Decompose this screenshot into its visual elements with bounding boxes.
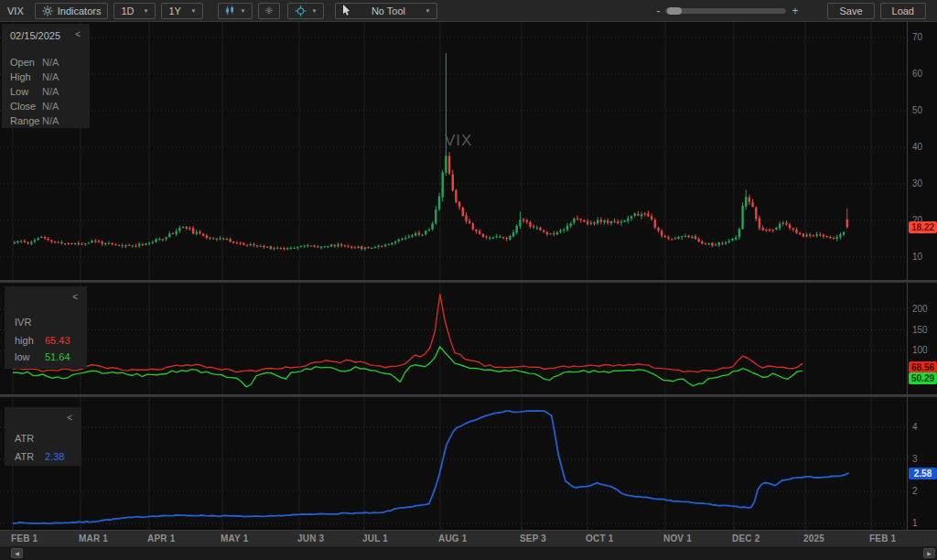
main-toolbar: VIX Indicators 1D ▼ 1Y ▼ [0, 0, 937, 22]
panel-divider[interactable] [0, 280, 937, 283]
drawing-tool-value: No Tool [372, 5, 405, 16]
last-price-flag: 18.22 [909, 221, 937, 233]
x-axis-tick-label: FEB 1 [11, 533, 38, 544]
chevron-down-icon: ▼ [143, 8, 148, 14]
y-axis-tick-label: 100 [912, 345, 928, 355]
indicator-title: IVR [15, 317, 31, 328]
gridlines [0, 397, 907, 530]
x-axis-tick-label: MAY 1 [221, 533, 248, 544]
gridlines [0, 283, 907, 394]
range-value: 1Y [168, 5, 180, 16]
y-axis-tick-label: 60 [912, 69, 922, 79]
y-axis-tick-label: 4 [912, 422, 918, 432]
y-axis-tick-label: 30 [912, 178, 922, 188]
trading-chart-app: VIX Indicators 1D ▼ 1Y ▼ [0, 0, 937, 560]
save-button[interactable]: Save [827, 3, 874, 19]
x-axis-tick-label: APR 1 [147, 533, 175, 544]
ohlc-label: Close [10, 101, 36, 112]
chart-scrollbar[interactable]: ◀ ▶ [0, 546, 937, 560]
ivr-high-line [13, 295, 802, 372]
ohlc-label: Open [10, 57, 35, 68]
ivr-panel-legend: < IVR high 65.43 low 51.64 [5, 286, 87, 369]
scroll-left-icon[interactable]: ◀ [11, 548, 23, 558]
symbol-label: VIX [7, 5, 24, 16]
ohlc-label: High [10, 71, 31, 82]
ohlc-panel: 02/15/2025 < Open N/A High N/A Low N/A C… [2, 24, 90, 128]
ohlc-value: N/A [42, 101, 59, 112]
zoom-in-button[interactable]: + [786, 5, 803, 17]
atr-value-flag: 2.58 [909, 468, 937, 479]
collapse-button[interactable]: < [67, 413, 72, 423]
ohlc-label: Range [10, 115, 39, 126]
ivr-indicator-canvas[interactable] [0, 283, 907, 394]
ivr-low-flag: 50.29 [909, 372, 937, 384]
drawing-tool-select[interactable]: No Tool ▼ [335, 3, 437, 19]
zoom-out-button[interactable]: - [651, 5, 665, 17]
chart-settings-button[interactable] [258, 3, 280, 19]
ohlc-value: N/A [42, 115, 59, 126]
indicators-gear-icon [42, 5, 53, 16]
y-axis-tick-label: 3 [912, 454, 918, 464]
y-axis-tick-label: 2 [912, 486, 918, 496]
series-label: high [15, 335, 34, 346]
series-label: low [15, 351, 30, 362]
timeframe-select[interactable]: 1D ▼ [113, 3, 156, 19]
ohlc-value: N/A [42, 86, 59, 97]
x-axis-tick-label: JUL 1 [362, 533, 388, 544]
candlestick-series [14, 53, 848, 251]
x-axis-tick-label: OCT 1 [586, 533, 613, 544]
atr-panel-legend: < ATR ATR 2.38 [5, 407, 81, 466]
load-button[interactable]: Load [880, 3, 926, 19]
price-axis[interactable]: 18.22 68.56 50.29 2.58 70605040302010200… [907, 22, 937, 530]
timeframe-value: 1D [121, 5, 134, 16]
x-axis-tick-label: 2025 [803, 533, 824, 544]
x-axis-tick-label: DEC 2 [732, 533, 759, 544]
zoom-slider-handle[interactable] [667, 7, 682, 15]
atr-indicator-canvas[interactable] [0, 397, 907, 530]
series-value: 2.38 [45, 451, 64, 462]
chart-type-select[interactable]: ▼ [218, 3, 253, 19]
collapse-button[interactable]: < [72, 292, 78, 302]
y-axis-tick-label: 200 [912, 304, 928, 314]
crosshair-select[interactable]: ▼ [287, 3, 324, 19]
candlestick-chart-icon [225, 5, 235, 16]
scroll-right-icon[interactable]: ▶ [923, 548, 935, 558]
zoom-slider[interactable] [665, 8, 786, 14]
x-axis-tick-label: MAR 1 [79, 533, 108, 544]
ohlc-label: Low [10, 86, 28, 97]
y-axis-tick-label: 40 [912, 142, 922, 152]
crosshair-icon [295, 5, 307, 17]
date-label: 02/15/2025 [10, 30, 60, 41]
gear-icon [265, 5, 273, 16]
y-axis-tick-label: 50 [912, 105, 922, 115]
y-axis-tick-label: 70 [912, 32, 922, 42]
collapse-button[interactable]: < [75, 29, 81, 39]
ivr-low-line [13, 347, 802, 387]
time-axis[interactable]: FEB 1MAR 1APR 1MAY 1JUN 3JUL 1AUG 1SEP 3… [0, 530, 937, 546]
y-axis-tick-label: 1 [912, 518, 918, 528]
indicators-label: Indicators [58, 5, 102, 16]
x-axis-tick-label: JUN 3 [297, 533, 324, 544]
chevron-down-icon: ▼ [311, 8, 317, 14]
chevron-down-icon: ▼ [240, 8, 245, 14]
x-axis-tick-label: SEP 3 [520, 533, 546, 544]
range-select[interactable]: 1Y ▼ [161, 3, 203, 19]
panel-divider[interactable] [0, 394, 937, 397]
indicator-title: ATR [15, 433, 34, 444]
price-chart-canvas[interactable] [0, 22, 907, 280]
x-axis-tick-label: NOV 1 [663, 533, 692, 544]
x-axis-tick-label: AUG 1 [438, 533, 468, 544]
atr-line [13, 411, 849, 523]
gridlines [0, 22, 907, 280]
ohlc-value: N/A [42, 71, 59, 82]
indicators-button[interactable]: Indicators [35, 3, 109, 19]
y-axis-tick-label: 10 [912, 252, 922, 262]
series-label: ATR [15, 451, 34, 462]
symbol-watermark: VIX [445, 132, 472, 150]
x-axis-tick-label: FEB 1 [869, 533, 896, 544]
series-value: 65.43 [45, 335, 70, 346]
ohlc-value: N/A [42, 57, 59, 68]
series-value: 51.64 [45, 351, 70, 362]
chevron-down-icon: ▼ [190, 8, 196, 14]
cursor-icon [342, 5, 351, 16]
